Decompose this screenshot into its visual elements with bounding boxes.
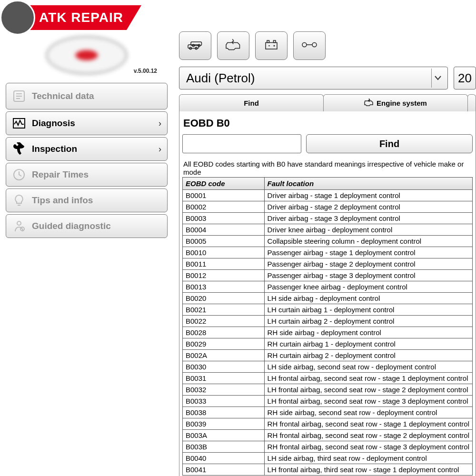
table-row[interactable]: B0032LH frontal airbag, second seat row … xyxy=(183,384,473,396)
cars-icon xyxy=(187,38,204,54)
eobd-table: EOBD code Fault location B0001Driver air… xyxy=(182,177,473,476)
table-row[interactable]: B0010Passenger airbag - stage 1 deployme… xyxy=(183,247,473,258)
table-row[interactable]: B0039RH frontal airbag, second seat row … xyxy=(183,418,473,430)
vehicles-button[interactable] xyxy=(179,31,211,60)
sidebar-item-label: Inspection xyxy=(32,144,77,154)
vehicle-select[interactable]: Audi (Petrol) xyxy=(179,67,448,89)
table-row[interactable]: B0029RH curtain airbag 1 - deployment co… xyxy=(183,338,473,350)
tab-find-label: Find xyxy=(244,99,259,107)
brand-avatar xyxy=(0,0,35,35)
sidebar-item-techdata[interactable]: Technical data xyxy=(6,83,168,109)
table-row[interactable]: B0041LH frontal airbag, third seat row -… xyxy=(183,464,473,476)
cell-fault: LH frontal airbag, second seat row - sta… xyxy=(264,373,472,384)
cell-fault: RH frontal airbag, second seat row - sta… xyxy=(264,441,472,453)
table-row[interactable]: B0001Driver airbag - stage 1 deployment … xyxy=(183,190,473,201)
sidebar-item-diagnosis[interactable]: Diagnosis› xyxy=(6,111,168,135)
axle-button[interactable] xyxy=(293,31,326,60)
table-row[interactable]: B0003Driver airbag - stage 3 deployment … xyxy=(183,213,473,224)
engine-icon xyxy=(225,38,242,54)
table-row[interactable]: B0011Passenger airbag - stage 2 deployme… xyxy=(183,258,473,270)
table-row[interactable]: B0038RH side airbag, second seat row - d… xyxy=(183,407,473,418)
app-logo xyxy=(46,36,127,74)
cell-code: B0038 xyxy=(183,407,265,418)
cell-code: B0004 xyxy=(183,224,265,236)
table-row[interactable]: B0040LH side airbag, third seat row - de… xyxy=(183,453,473,464)
cell-code: B0013 xyxy=(183,281,265,293)
cell-code: B003B xyxy=(183,441,265,453)
sidebar-item-repair[interactable]: Repair Times xyxy=(6,163,168,187)
svg-rect-12 xyxy=(267,40,269,43)
sidebar-item-guided[interactable]: Guided diagnostic xyxy=(6,214,168,238)
sidebar-item-inspection[interactable]: Inspection› xyxy=(6,137,168,161)
toolbar xyxy=(179,31,476,60)
table-row[interactable]: B0030LH side airbag, second seat row - d… xyxy=(183,361,473,373)
table-row[interactable]: B0022LH curtain airbag 2 - deployment co… xyxy=(183,316,473,327)
cell-code: B0039 xyxy=(183,418,265,430)
cell-fault: LH curtain airbag 2 - deployment control xyxy=(264,316,472,327)
year-select[interactable]: 20 xyxy=(454,67,476,89)
table-row[interactable]: B003ARH frontal airbag, second seat row … xyxy=(183,430,473,441)
cell-fault: RH curtain airbag 2 - deployment control xyxy=(264,350,472,361)
table-row[interactable]: B0005Collapsible steering column - deplo… xyxy=(183,236,473,247)
table-row[interactable]: B0028RH side airbag - deployment control xyxy=(183,327,473,338)
find-button[interactable]: Find xyxy=(306,134,473,153)
cell-code: B0033 xyxy=(183,396,265,407)
table-row[interactable]: B003BRH frontal airbag, second seat row … xyxy=(183,441,473,453)
cell-fault: LH frontal airbag, third seat row - stag… xyxy=(264,464,472,476)
svg-rect-13 xyxy=(274,40,276,43)
tips-icon xyxy=(12,193,26,208)
sidebar-item-label: Guided diagnostic xyxy=(32,221,111,231)
table-row[interactable]: B0021LH curtain airbag 1 - deployment co… xyxy=(183,304,473,316)
techdata-icon xyxy=(12,89,26,103)
sidebar-item-tips[interactable]: Tips and infos xyxy=(6,188,168,212)
year-select-value: 20 xyxy=(458,71,472,86)
table-row[interactable]: B0002Driver airbag - stage 2 deployment … xyxy=(183,201,473,213)
cell-fault: LH frontal airbag, second seat row - sta… xyxy=(264,396,472,407)
brand-banner: ATK REPAIR xyxy=(18,5,141,30)
cell-fault: RH frontal airbag, second seat row - sta… xyxy=(264,430,472,441)
cell-fault: LH side airbag - deployment control xyxy=(264,293,472,304)
brand-badge: ATK REPAIR xyxy=(0,0,141,35)
cell-code: B0041 xyxy=(183,464,265,476)
content-panel: EOBD B0 Find All EOBD codes starting wit… xyxy=(179,111,476,476)
cell-code: B0030 xyxy=(183,361,265,373)
version-label: v.5.00.12 xyxy=(134,68,157,74)
tab-find[interactable]: Find xyxy=(179,94,324,111)
cell-code: B0028 xyxy=(183,327,265,338)
cell-fault: Driver knee airbag - deployment control xyxy=(264,224,472,236)
table-row[interactable]: B0013Passenger knee airbag - deployment … xyxy=(183,281,473,293)
engine-button[interactable] xyxy=(217,31,249,60)
cell-fault: Passenger airbag - stage 3 deployment co… xyxy=(264,270,472,281)
chevron-right-icon: › xyxy=(159,119,161,129)
table-row[interactable]: B0012Passenger airbag - stage 3 deployme… xyxy=(183,270,473,281)
cell-code: B0002 xyxy=(183,201,265,213)
svg-point-14 xyxy=(302,43,307,47)
table-row[interactable]: B0020LH side airbag - deployment control xyxy=(183,293,473,304)
th-code: EOBD code xyxy=(183,178,265,190)
diagnosis-icon xyxy=(12,116,26,130)
table-row[interactable]: B0004Driver knee airbag - deployment con… xyxy=(183,224,473,236)
cell-fault: Passenger airbag - stage 2 deployment co… xyxy=(264,258,472,270)
table-row[interactable]: B0031LH frontal airbag, second seat row … xyxy=(183,373,473,384)
cell-code: B0021 xyxy=(183,304,265,316)
cell-code: B0022 xyxy=(183,316,265,327)
cell-fault: Passenger knee airbag - deployment contr… xyxy=(264,281,472,293)
table-row[interactable]: B002ARH curtain airbag 2 - deployment co… xyxy=(183,350,473,361)
cell-fault: Collapsible steering column - deployment… xyxy=(264,236,472,247)
engine-small-icon xyxy=(364,99,374,108)
table-row[interactable]: B0033LH frontal airbag, second seat row … xyxy=(183,396,473,407)
cell-fault: RH side airbag, second seat row - deploy… xyxy=(264,407,472,418)
cell-fault: LH frontal airbag, second seat row - sta… xyxy=(264,384,472,396)
svg-point-15 xyxy=(312,43,317,47)
chevron-down-icon xyxy=(431,69,444,88)
cell-code: B0040 xyxy=(183,453,265,464)
cell-code: B0032 xyxy=(183,384,265,396)
tab-engine-label: Engine system xyxy=(377,99,427,107)
cell-code: B003A xyxy=(183,430,265,441)
tab-engine-system[interactable]: Engine system xyxy=(323,94,468,111)
cell-fault: Driver airbag - stage 1 deployment contr… xyxy=(264,190,472,201)
logo-area: v.5.00.12 xyxy=(2,31,171,74)
battery-button[interactable] xyxy=(255,31,288,60)
code-search-input[interactable] xyxy=(182,134,301,153)
tab-overflow[interactable] xyxy=(467,94,476,111)
